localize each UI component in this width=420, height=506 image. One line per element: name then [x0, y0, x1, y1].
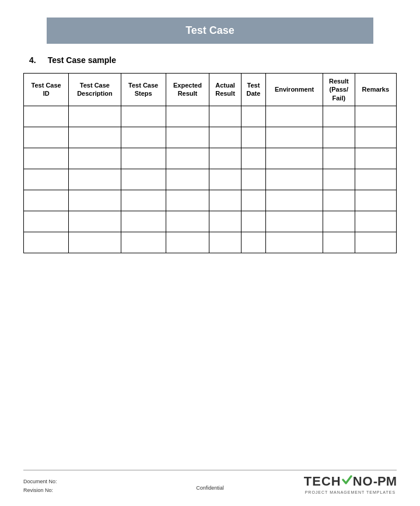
cell [209, 127, 242, 148]
document-title: Test Case [47, 18, 373, 44]
col-test-case-id: Test CaseID [24, 74, 69, 106]
cell [355, 232, 396, 253]
table-row [24, 232, 397, 253]
cell [323, 169, 355, 190]
cell [121, 169, 166, 190]
cell [209, 106, 242, 127]
cell [166, 127, 209, 148]
cell [24, 148, 69, 169]
cell [209, 211, 242, 232]
cell [266, 232, 323, 253]
cell [241, 127, 265, 148]
revision-no-label: Revision No: [23, 486, 57, 494]
cell [69, 127, 121, 148]
cell [266, 148, 323, 169]
logo-pm-text: -PM [373, 474, 397, 489]
table-row [24, 211, 397, 232]
cell [24, 169, 69, 190]
cell [241, 106, 265, 127]
title-text: Test Case [186, 25, 235, 36]
cell [69, 190, 121, 211]
cell [266, 106, 323, 127]
footer-logo: TECH NO -PM PROJECT MANAGEMENT TEMPLATES [304, 474, 397, 494]
col-test-case-desc: Test CaseDescription [69, 74, 121, 106]
logo-text-line: TECH NO -PM [304, 474, 397, 489]
cell [24, 106, 69, 127]
cell [24, 232, 69, 253]
cell [24, 127, 69, 148]
table-row [24, 148, 397, 169]
section-heading: 4. Test Case sample [29, 55, 397, 65]
cell [355, 169, 396, 190]
col-result-pass-fail: Result(Pass/Fail) [323, 74, 355, 106]
cell [241, 169, 265, 190]
cell [355, 190, 396, 211]
cell [323, 211, 355, 232]
col-environment: Environment [266, 74, 323, 106]
cell [241, 190, 265, 211]
logo-checkmark-icon [342, 474, 352, 488]
cell [323, 106, 355, 127]
col-remarks: Remarks [355, 74, 396, 106]
cell [209, 190, 242, 211]
cell [323, 148, 355, 169]
cell [241, 148, 265, 169]
confidential-label: Confidential [196, 485, 224, 491]
logo-no-text: NO [353, 474, 373, 489]
cell [121, 232, 166, 253]
table-row [24, 169, 397, 190]
cell [323, 127, 355, 148]
cell [121, 190, 166, 211]
cell [69, 148, 121, 169]
test-case-table-container: Test CaseID Test CaseDescription Test Ca… [23, 73, 397, 253]
cell [166, 169, 209, 190]
section-number: 4. [29, 55, 36, 65]
cell [241, 232, 265, 253]
logo-tech-text: TECH [304, 474, 341, 489]
cell [355, 106, 396, 127]
cell [323, 190, 355, 211]
document-page: Test Case 4. Test Case sample Test CaseI… [0, 0, 420, 506]
cell [209, 232, 242, 253]
table-row [24, 106, 397, 127]
cell [121, 106, 166, 127]
cell [166, 190, 209, 211]
logo-subtitle-text: PROJECT MANAGEMENT TEMPLATES [305, 490, 396, 494]
col-expected-result: ExpectedResult [166, 74, 209, 106]
cell [166, 106, 209, 127]
cell [121, 211, 166, 232]
section-title: Test Case sample [48, 55, 116, 65]
col-actual-result: ActualResult [209, 74, 242, 106]
cell [355, 127, 396, 148]
cell [355, 148, 396, 169]
checkmark-svg [342, 474, 352, 486]
table-header-row: Test CaseID Test CaseDescription Test Ca… [24, 74, 397, 106]
cell [266, 190, 323, 211]
cell [69, 106, 121, 127]
cell [209, 148, 242, 169]
cell [69, 211, 121, 232]
cell [69, 232, 121, 253]
col-test-date: TestDate [241, 74, 265, 106]
page-footer: Document No: Revision No: Confidential T… [23, 470, 397, 494]
cell [69, 169, 121, 190]
cell [241, 211, 265, 232]
cell [121, 148, 166, 169]
footer-metadata: Document No: Revision No: [23, 477, 57, 494]
cell [166, 211, 209, 232]
cell [209, 169, 242, 190]
techno-pm-logo: TECH NO -PM PROJECT MANAGEMENT TEMPLATES [304, 474, 397, 494]
cell [355, 211, 396, 232]
cell [24, 211, 69, 232]
cell [266, 169, 323, 190]
cell [166, 232, 209, 253]
cell [24, 190, 69, 211]
cell [121, 127, 166, 148]
cell [166, 148, 209, 169]
table-row [24, 190, 397, 211]
cell [266, 211, 323, 232]
col-test-case-steps: Test CaseSteps [121, 74, 166, 106]
cell [323, 232, 355, 253]
document-no-label: Document No: [23, 477, 57, 486]
cell [266, 127, 323, 148]
